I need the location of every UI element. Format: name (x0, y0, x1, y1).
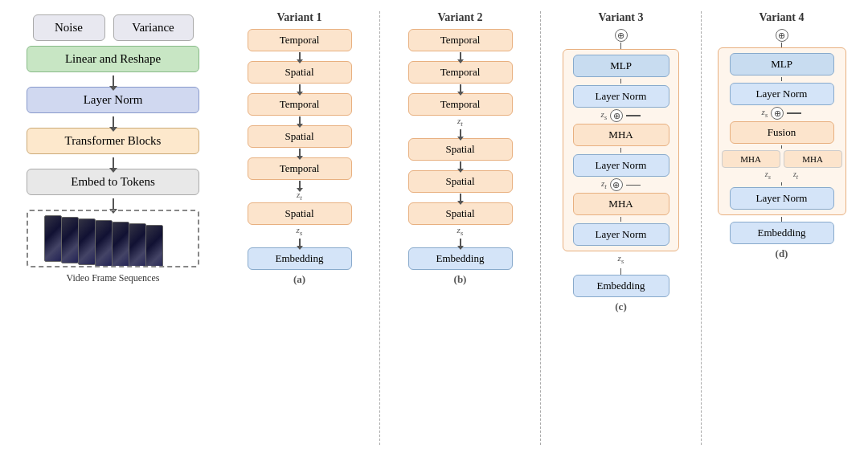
v2-embed-wrapper: Embedding (408, 247, 513, 270)
variant-2-col: Variant 2 Temporal Temporal Temporal zt … (380, 11, 541, 445)
v1-embedding: Embedding (248, 247, 352, 270)
v1-bottom-label: (a) (293, 273, 305, 286)
variant-4-col: Variant 4 ⊕ MLP Layer Norm zs ⊕ Fusion M… (702, 11, 862, 445)
v2-spatial-3: Spatial (408, 138, 513, 161)
v3-mha-top: MHA (573, 124, 669, 146)
v2-embedding: Embedding (408, 247, 513, 270)
v1-spatial-3: Spatial (248, 125, 352, 148)
linear-reshape-block: Linear and Reshape (27, 46, 199, 72)
v3-layernorm-bot: Layer Norm (573, 223, 669, 246)
v2-bottom-label: (b) (454, 273, 467, 286)
v4-side-blocks: MHA MHA (722, 150, 842, 168)
v1-arrow-1 (299, 239, 301, 247)
v4-embedding: Embedding (730, 222, 834, 244)
layernorm-label: Layer Norm (84, 93, 143, 106)
frame-3 (78, 218, 96, 265)
transformer-label: Transformer Blocks (65, 134, 162, 147)
v2-arrow-1 (460, 239, 461, 247)
variant-4-title: Variant 4 (760, 11, 805, 24)
v4-mha-left: MHA (722, 150, 780, 168)
arrow-1 (113, 76, 114, 87)
v4-zt-zs-labels: zs zt (765, 169, 798, 181)
variant-1-col: Variant 1 Temporal Spatial Temporal Spat… (219, 11, 380, 445)
v3-plus-mid: ⊕ (610, 109, 623, 122)
noise-label: Noise (55, 21, 83, 34)
v3-mlp-top: MLP (573, 55, 669, 77)
v1-arrow-2 (299, 181, 301, 189)
v4-fusion: Fusion (730, 121, 834, 144)
v2-spatial-2: Spatial (408, 170, 513, 193)
v3-layernorm-mid: Layer Norm (573, 154, 669, 177)
v2-spatial-1: Spatial (408, 202, 513, 225)
v1-embed-wrapper: Embedding (248, 247, 352, 270)
video-frames (27, 210, 199, 267)
frame-7 (145, 225, 163, 267)
v4-plus-top: ⊕ (776, 29, 788, 42)
v2-temporal-4: Temporal (408, 93, 513, 116)
v1-arrow-3 (299, 149, 301, 157)
v4-layernorm-bot: Layer Norm (730, 187, 834, 210)
arrow-3 (113, 157, 114, 169)
frame-4 (95, 220, 113, 267)
v3-bottom-label: (c) (615, 300, 626, 313)
variant-1-title: Variant 1 (277, 11, 322, 24)
top-row: Noise Variance (33, 14, 194, 41)
variant-2-title: Variant 2 (438, 11, 483, 24)
v1-temporal-4: Temporal (248, 93, 352, 116)
v4-line-mid (787, 112, 801, 114)
v3-embedding: Embedding (573, 275, 669, 297)
v4-mha-right: MHA (784, 150, 842, 168)
v1-spatial-5: Spatial (248, 61, 352, 84)
v2-zs-label: zs (457, 225, 464, 238)
embed-label: Embed to Tokens (71, 175, 155, 188)
v3-outer-top: MLP Layer Norm zs ⊕ MHA Layer Norm zt ⊕ … (563, 49, 679, 251)
v3-arrow-top (620, 43, 622, 49)
frame-5 (112, 222, 129, 267)
video-label: Video Frame Sequences (67, 272, 160, 284)
v4-zs-row: zs ⊕ (722, 107, 842, 120)
v3-zs-row: zs ⊕ (567, 109, 674, 122)
left-column: Noise Variance Linear and Reshape Layer … (6, 8, 219, 445)
frames-inner (41, 212, 186, 265)
v4-layernorm-top: Layer Norm (730, 83, 834, 105)
main-container: Noise Variance Linear and Reshape Layer … (0, 0, 868, 453)
v4-outer: MLP Layer Norm zs ⊕ Fusion MHA MHA zs zt (718, 47, 846, 215)
v1-temporal-2: Temporal (248, 157, 352, 180)
v4-plus-mid: ⊕ (771, 107, 784, 120)
v3-layernorm-top: Layer Norm (573, 85, 669, 108)
linear-reshape-label: Linear and Reshape (65, 52, 161, 65)
v2-arrow-5 (460, 84, 461, 92)
variants-section: Variant 1 Temporal Spatial Temporal Spat… (219, 8, 862, 445)
v3-plus-bot: ⊕ (610, 178, 623, 191)
variant-3-title: Variant 3 (599, 11, 644, 24)
v1-spatial-1: Spatial (248, 202, 352, 225)
v4-mlp: MLP (730, 53, 834, 76)
frame-2 (61, 217, 79, 263)
v4-zt-label: zt (793, 169, 798, 181)
v3-mha-bot: MHA (573, 193, 669, 215)
v2-arrow-3 (460, 161, 461, 169)
v3-zt-row: zt ⊕ (567, 178, 674, 191)
frame-1 (44, 215, 62, 262)
variance-label: Variance (132, 21, 174, 34)
v1-zs-label: zs (297, 225, 303, 238)
v2-arrow-4 (460, 129, 461, 137)
v1-arrow-5 (299, 84, 301, 92)
v4-bottom-label: (d) (776, 247, 788, 260)
v3-zs-bot: zs (618, 253, 624, 266)
arrow-2 (113, 116, 114, 128)
frame-6 (129, 223, 146, 267)
v3-arrow-bot (620, 268, 622, 275)
noise-block: Noise (33, 14, 105, 41)
v4-zs-label: zs (765, 169, 771, 181)
v3-plus-top: ⊕ (615, 29, 628, 42)
v2-temporal-6: Temporal (408, 29, 513, 51)
v3-line-bot (626, 185, 641, 186)
v2-zt-label: zt (457, 116, 463, 129)
v2-arrow-6 (460, 52, 461, 60)
v3-line-mid (626, 115, 641, 116)
variant-3-col: Variant 3 ⊕ MLP Layer Norm zs ⊕ MHA Laye… (541, 11, 702, 445)
variance-block: Variance (113, 14, 194, 41)
arrow-4 (113, 198, 114, 210)
v1-temporal-6: Temporal (248, 29, 352, 51)
